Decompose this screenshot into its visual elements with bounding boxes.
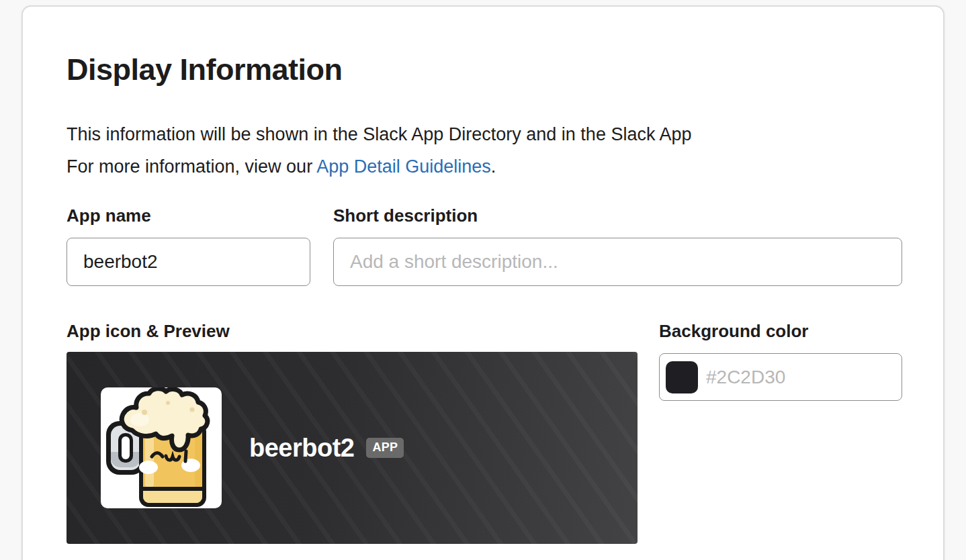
beer-mug-icon: [101, 387, 222, 508]
preview-title-row: beerbot2 APP: [249, 434, 404, 463]
display-information-card: Display Information This information wil…: [21, 5, 945, 560]
background-color-field[interactable]: [659, 353, 902, 401]
short-description-label: Short description: [333, 205, 478, 226]
app-icon-preview-label: App icon & Preview: [67, 321, 230, 341]
app-preview-panel: beerbot2 APP: [67, 352, 638, 544]
app-detail-guidelines-link[interactable]: App Detail Guidelines: [316, 156, 491, 177]
app-icon: [101, 387, 222, 508]
app-name-input[interactable]: [67, 238, 310, 286]
short-description-input[interactable]: [333, 238, 902, 286]
intro-line-2-suffix: .: [491, 156, 496, 177]
background-color-label: Background color: [659, 321, 808, 341]
intro-text: This information will be shown in the Sl…: [67, 118, 691, 183]
preview-app-name: beerbot2: [249, 434, 354, 463]
intro-line-2-prefix: For more information, view our: [67, 156, 316, 177]
color-swatch[interactable]: [666, 361, 698, 393]
intro-line-1: This information will be shown in the Sl…: [67, 118, 691, 150]
page-title: Display Information: [67, 52, 343, 87]
background-color-input[interactable]: [698, 354, 902, 400]
intro-line-2: For more information, view our App Detai…: [67, 150, 691, 183]
app-name-label: App name: [67, 205, 151, 226]
app-badge: APP: [366, 438, 404, 458]
